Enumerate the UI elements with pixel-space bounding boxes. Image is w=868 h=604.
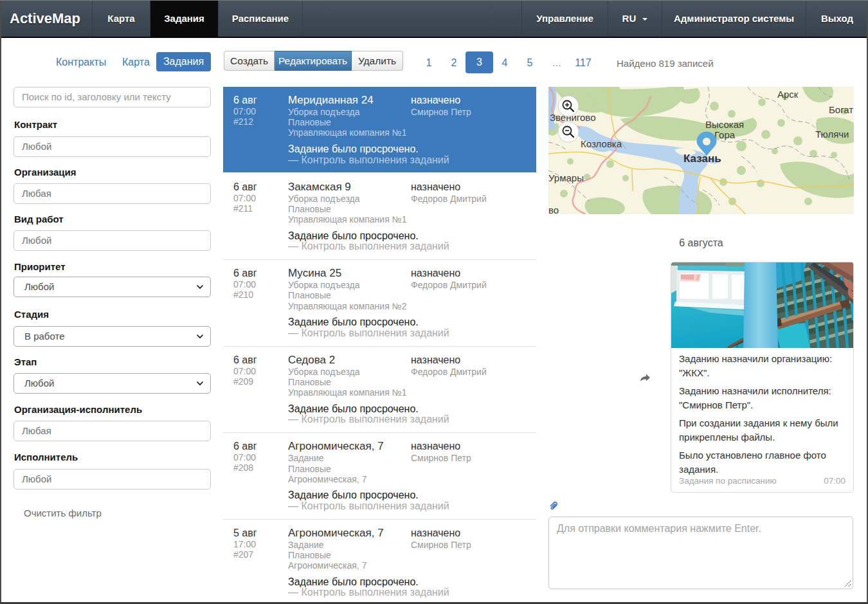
svg-text:Тюлячи: Тюлячи <box>815 129 849 140</box>
svg-text:Арск: Арск <box>777 89 799 100</box>
svg-text:Гора: Гора <box>714 129 736 140</box>
svg-text:Урмары: Урмары <box>548 172 584 183</box>
svg-text:Высокая: Высокая <box>705 119 744 130</box>
svg-text:Козловка: Козловка <box>581 138 622 149</box>
svg-text:во: во <box>548 205 559 214</box>
svg-text:Богаты: Богаты <box>829 104 854 115</box>
svg-text:Казань: Казань <box>683 152 721 165</box>
